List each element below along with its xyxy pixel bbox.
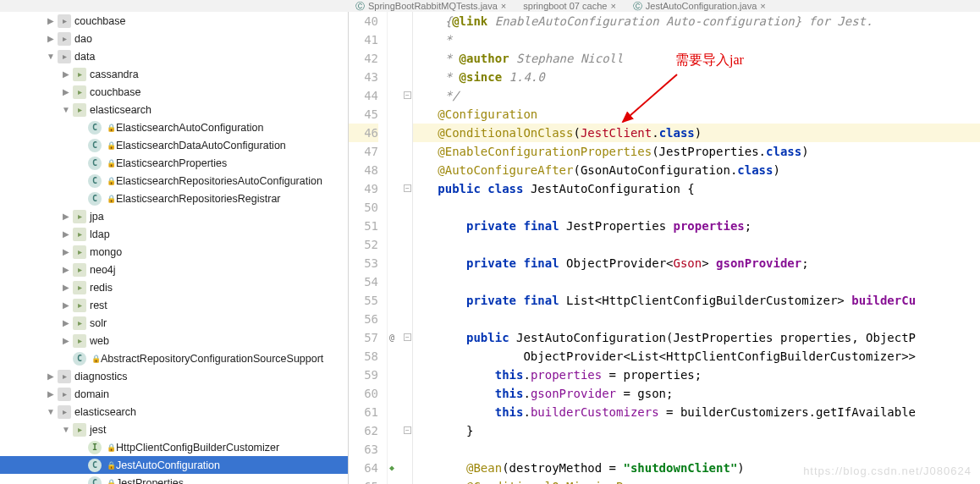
- chevron-right-icon[interactable]: ▶: [61, 247, 71, 257]
- chevron-down-icon[interactable]: ▼: [46, 407, 56, 417]
- chevron-right-icon[interactable]: ▶: [61, 265, 71, 275]
- tree-row[interactable]: ▼▸jest: [0, 421, 348, 438]
- line-number: 55: [349, 291, 378, 310]
- tree-row[interactable]: ▶▸web: [0, 332, 348, 349]
- tree-row[interactable]: ▶C🔒JestProperties: [0, 474, 348, 484]
- tree-row[interactable]: ▶▸rest: [0, 296, 348, 314]
- chevron-right-icon[interactable]: ▶: [46, 34, 56, 44]
- chevron-right-icon[interactable]: ▶: [61, 336, 71, 346]
- tree-row[interactable]: ▶▸ldap: [0, 225, 348, 243]
- code-line[interactable]: this.builderCustomizers = builderCustomi…: [413, 403, 980, 421]
- chevron-right-icon[interactable]: ▶: [61, 318, 71, 328]
- fold-toggle-icon[interactable]: −: [404, 333, 411, 341]
- close-icon[interactable]: ×: [760, 1, 765, 11]
- lock-icon: 🔒: [107, 195, 116, 203]
- chevron-down-icon[interactable]: ▼: [61, 425, 71, 435]
- tree-item-label: jest: [90, 424, 106, 436]
- fold-toggle-icon[interactable]: −: [404, 91, 411, 99]
- code-line[interactable]: private final JestProperties properties;: [413, 217, 980, 235]
- tree-row[interactable]: ▶C🔒ElasticsearchRepositoriesAutoConfigur…: [0, 172, 348, 190]
- tree-row[interactable]: ▶C🔒ElasticsearchAutoConfiguration: [0, 118, 348, 136]
- tree-item-label: ElasticsearchProperties: [116, 157, 227, 169]
- fold-gutter[interactable]: − − − −: [403, 12, 413, 484]
- annotation-text: 需要导入jar: [675, 51, 744, 69]
- tree-row[interactable]: ▶C🔒ElasticsearchProperties: [0, 154, 348, 172]
- tree-row[interactable]: ▶▸diagnostics: [0, 367, 348, 385]
- tree-row[interactable]: ▶▸dao: [0, 30, 348, 47]
- tree-row[interactable]: ▶C🔒ElasticsearchDataAutoConfiguration: [0, 136, 348, 154]
- code-line[interactable]: */: [413, 86, 980, 105]
- line-number: 53: [349, 254, 378, 272]
- code-line[interactable]: public JestAutoConfiguration(JestPropert…: [413, 328, 980, 347]
- code-line[interactable]: [413, 272, 980, 291]
- tree-row[interactable]: ▼▸data: [0, 47, 348, 65]
- code-line[interactable]: [413, 310, 980, 328]
- tree-row[interactable]: ▶▸jpa: [0, 207, 348, 225]
- chevron-right-icon[interactable]: ▶: [61, 212, 71, 222]
- class-icon: C: [88, 174, 102, 188]
- code-line[interactable]: }: [413, 421, 980, 440]
- code-line[interactable]: @EnableConfigurationProperties(JestPrope…: [413, 142, 980, 161]
- code-editor[interactable]: 4041424344454647484950515253545556575859…: [349, 12, 980, 484]
- chevron-down-icon[interactable]: ▼: [61, 105, 71, 115]
- tab-3[interactable]: ⒸJestAutoConfiguration.java ×: [633, 0, 766, 12]
- code-line[interactable]: [413, 235, 980, 254]
- code-line[interactable]: @AutoConfigureAfter(GsonAutoConfiguratio…: [413, 161, 980, 179]
- code-line[interactable]: ObjectProvider<List<HttpClientConfigBuil…: [413, 347, 980, 366]
- line-number: 54: [349, 272, 378, 291]
- project-tree-sidebar[interactable]: ▶▸couchbase▶▸dao▼▸data▶▸cassandra▶▸couch…: [0, 12, 349, 484]
- tree-row[interactable]: ▶C🔒AbstractRepositoryConfigurationSource…: [0, 349, 348, 367]
- code-line[interactable]: [413, 198, 980, 217]
- package-icon: ▸: [73, 316, 86, 330]
- tree-row[interactable]: ▶▸cassandra: [0, 65, 348, 83]
- tree-row[interactable]: ▶C🔒JestAutoConfiguration: [0, 456, 348, 474]
- fold-toggle-icon[interactable]: −: [404, 426, 411, 434]
- close-icon[interactable]: ×: [501, 1, 506, 11]
- chevron-right-icon[interactable]: ▶: [61, 300, 71, 311]
- code-line[interactable]: *: [413, 30, 980, 49]
- line-number-gutter: 4041424344454647484950515253545556575859…: [349, 12, 388, 484]
- code-line[interactable]: [413, 440, 980, 459]
- tree-row[interactable]: ▶▸mongo: [0, 243, 348, 261]
- tab-2[interactable]: springboot 07 cache ×: [523, 1, 616, 11]
- line-number: 57: [349, 328, 378, 347]
- chevron-down-icon[interactable]: ▼: [46, 52, 56, 62]
- tree-row[interactable]: ▶▸couchbase: [0, 83, 348, 101]
- lock-icon: 🔒: [107, 124, 116, 132]
- code-line[interactable]: private final List<HttpClientConfigBuild…: [413, 291, 980, 310]
- code-line[interactable]: {@link EnableAutoConfiguration Auto-conf…: [413, 12, 980, 30]
- chevron-right-icon[interactable]: ▶: [46, 371, 56, 382]
- chevron-right-icon[interactable]: ▶: [61, 87, 71, 97]
- code-line[interactable]: this.properties = properties;: [413, 366, 980, 384]
- line-number: 51: [349, 217, 378, 235]
- code-line[interactable]: * @since 1.4.0: [413, 68, 980, 86]
- code-line[interactable]: public class JestAutoConfiguration {: [413, 179, 980, 198]
- tab-1[interactable]: ⒸSpringBootRabbitMQTests.java ×: [355, 0, 506, 12]
- tree-row[interactable]: ▶▸couchbase: [0, 12, 348, 30]
- code-line[interactable]: @ConditionalOnClass(JestClient.class): [413, 124, 980, 142]
- chevron-right-icon[interactable]: ▶: [61, 69, 71, 80]
- code-area[interactable]: 需要导入jar https://blog.csdn.net/J080624 {@…: [413, 12, 980, 484]
- code-line[interactable]: @Configuration: [413, 105, 980, 124]
- tree-row[interactable]: ▼▸elasticsearch: [0, 101, 348, 118]
- fold-toggle-icon[interactable]: −: [404, 184, 411, 192]
- tree-row[interactable]: ▶▸redis: [0, 278, 348, 296]
- line-number: 50: [349, 198, 378, 217]
- chevron-right-icon[interactable]: ▶: [61, 229, 71, 239]
- tree-row[interactable]: ▶▸neo4j: [0, 261, 348, 278]
- folder-icon: ▸: [58, 370, 71, 383]
- tree-row[interactable]: ▶C🔒ElasticsearchRepositoriesRegistrar: [0, 190, 348, 207]
- close-icon[interactable]: ×: [610, 1, 615, 11]
- tree-row[interactable]: ▶▸domain: [0, 385, 348, 403]
- code-line[interactable]: this.gsonProvider = gson;: [413, 384, 980, 403]
- line-number: 65: [349, 477, 378, 484]
- tree-row[interactable]: ▶I🔒HttpClientConfigBuilderCustomizer: [0, 438, 348, 456]
- chevron-right-icon[interactable]: ▶: [46, 16, 56, 26]
- line-number: 41: [349, 30, 378, 49]
- chevron-right-icon[interactable]: ▶: [46, 389, 56, 399]
- chevron-right-icon[interactable]: ▶: [61, 283, 71, 293]
- code-line[interactable]: private final ObjectProvider<Gson> gsonP…: [413, 254, 980, 272]
- override-mark-icon: @: [389, 328, 394, 347]
- tree-row[interactable]: ▶▸solr: [0, 314, 348, 332]
- tree-row[interactable]: ▼▸elasticsearch: [0, 403, 348, 421]
